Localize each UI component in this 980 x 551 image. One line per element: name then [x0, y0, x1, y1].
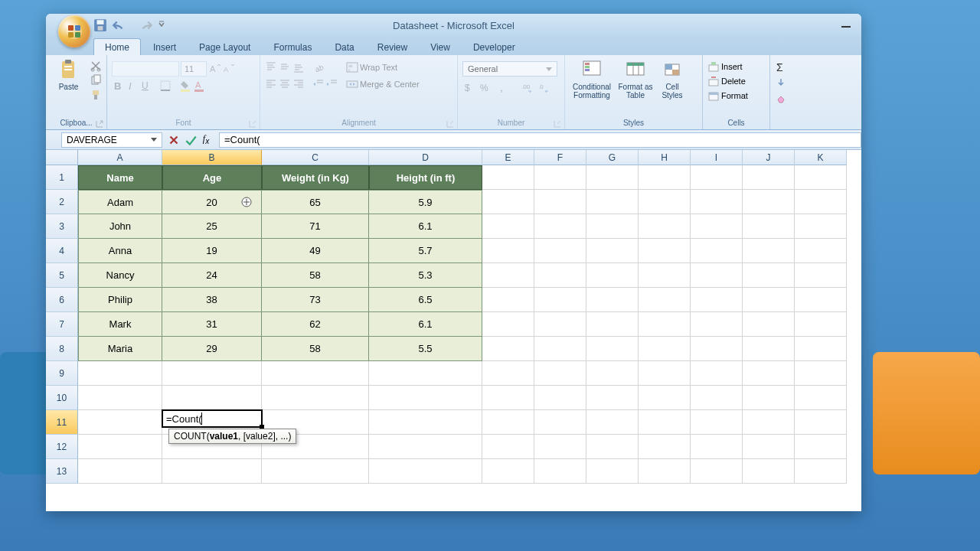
- table-cell[interactable]: 58: [262, 263, 369, 288]
- tab-view[interactable]: View: [420, 39, 461, 55]
- empty-cell[interactable]: [743, 337, 795, 361]
- row-header[interactable]: 10: [46, 386, 78, 410]
- cut-icon[interactable]: [90, 60, 102, 72]
- percent-icon[interactable]: %: [479, 81, 492, 93]
- minimize-button[interactable]: [837, 18, 855, 31]
- empty-cell[interactable]: [78, 435, 162, 459]
- empty-cell[interactable]: [262, 386, 369, 410]
- empty-cell[interactable]: [534, 459, 586, 484]
- table-cell[interactable]: 5.7: [369, 239, 482, 263]
- empty-cell[interactable]: [586, 337, 639, 361]
- empty-cell[interactable]: [586, 459, 639, 484]
- empty-cell[interactable]: [639, 288, 691, 312]
- decrease-decimal-icon[interactable]: .0: [537, 81, 550, 93]
- tab-home[interactable]: Home: [93, 38, 141, 55]
- empty-cell[interactable]: [691, 435, 743, 459]
- empty-cell[interactable]: [534, 312, 586, 337]
- undo-icon[interactable]: [112, 18, 126, 32]
- worksheet-grid[interactable]: ABCDEFGHIJK 12345678910111213 NameAgeWei…: [46, 150, 861, 511]
- name-box[interactable]: DAVERAGE: [61, 132, 162, 148]
- empty-cell[interactable]: [534, 435, 586, 459]
- bold-icon[interactable]: B: [112, 80, 124, 92]
- empty-cell[interactable]: [482, 435, 534, 459]
- tab-review[interactable]: Review: [367, 39, 418, 55]
- column-header[interactable]: D: [369, 150, 482, 165]
- format-as-table-button[interactable]: Format as Table: [617, 58, 654, 99]
- empty-cell[interactable]: [534, 165, 586, 190]
- align-left-icon[interactable]: [265, 78, 277, 90]
- font-size-select[interactable]: 11: [181, 61, 207, 77]
- align-top-icon[interactable]: [265, 61, 277, 73]
- empty-cell[interactable]: [369, 435, 482, 459]
- empty-cell[interactable]: [482, 361, 534, 386]
- empty-cell[interactable]: [482, 165, 534, 190]
- empty-cell[interactable]: [586, 214, 639, 239]
- align-bottom-icon[interactable]: [292, 61, 305, 73]
- empty-cell[interactable]: [743, 239, 795, 263]
- tab-data[interactable]: Data: [324, 39, 364, 55]
- empty-cell[interactable]: [691, 459, 743, 484]
- table-cell[interactable]: Philip: [78, 288, 162, 312]
- row-header[interactable]: 1: [46, 165, 78, 190]
- empty-cell[interactable]: [482, 459, 534, 484]
- row-header[interactable]: 2: [46, 190, 78, 214]
- empty-cell[interactable]: [639, 361, 691, 386]
- empty-cell[interactable]: [162, 386, 262, 410]
- formula-bar-input[interactable]: =Count(: [219, 132, 861, 148]
- row-header[interactable]: 5: [46, 263, 78, 288]
- empty-cell[interactable]: [795, 435, 847, 459]
- empty-cell[interactable]: [162, 459, 262, 484]
- dialog-launcher-icon[interactable]: [553, 118, 562, 127]
- qat-customize-icon[interactable]: [158, 18, 165, 32]
- table-cell[interactable]: 5.9: [369, 190, 482, 214]
- table-cell[interactable]: 19: [162, 239, 262, 263]
- select-all-corner[interactable]: [46, 150, 78, 165]
- paste-button[interactable]: Paste: [51, 58, 87, 91]
- row-header[interactable]: 12: [46, 435, 78, 459]
- conditional-formatting-button[interactable]: Conditional Formatting: [570, 58, 614, 99]
- empty-cell[interactable]: [743, 386, 795, 410]
- empty-cell[interactable]: [586, 312, 639, 337]
- empty-cell[interactable]: [482, 386, 534, 410]
- empty-cell[interactable]: [691, 361, 743, 386]
- empty-cell[interactable]: [534, 239, 586, 263]
- empty-cell[interactable]: [795, 361, 847, 386]
- table-cell[interactable]: 71: [262, 214, 369, 239]
- empty-cell[interactable]: [639, 312, 691, 337]
- empty-cell[interactable]: [691, 239, 743, 263]
- fill-color-icon[interactable]: [179, 80, 191, 92]
- row-header[interactable]: 6: [46, 288, 78, 312]
- empty-cell[interactable]: [743, 288, 795, 312]
- empty-cell[interactable]: [586, 190, 639, 214]
- table-cell[interactable]: 5.3: [369, 263, 482, 288]
- empty-cell[interactable]: [743, 312, 795, 337]
- empty-cell[interactable]: [369, 459, 482, 484]
- font-color-icon[interactable]: A: [193, 80, 205, 92]
- autosum-icon[interactable]: Σ: [775, 61, 787, 73]
- row-header[interactable]: 9: [46, 361, 78, 386]
- empty-cell[interactable]: [639, 435, 691, 459]
- align-middle-icon[interactable]: [279, 61, 291, 73]
- column-header[interactable]: E: [482, 150, 534, 165]
- format-painter-icon[interactable]: [90, 89, 102, 101]
- tab-page-layout[interactable]: Page Layout: [188, 39, 261, 55]
- empty-cell[interactable]: [639, 263, 691, 288]
- column-header[interactable]: B: [162, 150, 262, 165]
- empty-cell[interactable]: [586, 410, 639, 435]
- empty-cell[interactable]: [482, 410, 534, 435]
- empty-cell[interactable]: [743, 190, 795, 214]
- empty-cell[interactable]: [586, 386, 639, 410]
- empty-cell[interactable]: [795, 337, 847, 361]
- empty-cell[interactable]: [369, 410, 482, 435]
- empty-cell[interactable]: [743, 214, 795, 239]
- empty-cell[interactable]: [534, 410, 586, 435]
- redo-icon[interactable]: [139, 18, 153, 32]
- column-header[interactable]: K: [795, 150, 847, 165]
- empty-cell[interactable]: [639, 165, 691, 190]
- empty-cell[interactable]: [78, 459, 162, 484]
- column-header[interactable]: H: [639, 150, 691, 165]
- empty-cell[interactable]: [743, 165, 795, 190]
- empty-cell[interactable]: [795, 312, 847, 337]
- empty-cell[interactable]: [795, 165, 847, 190]
- wrap-text-button[interactable]: abc Wrap Text: [346, 61, 420, 73]
